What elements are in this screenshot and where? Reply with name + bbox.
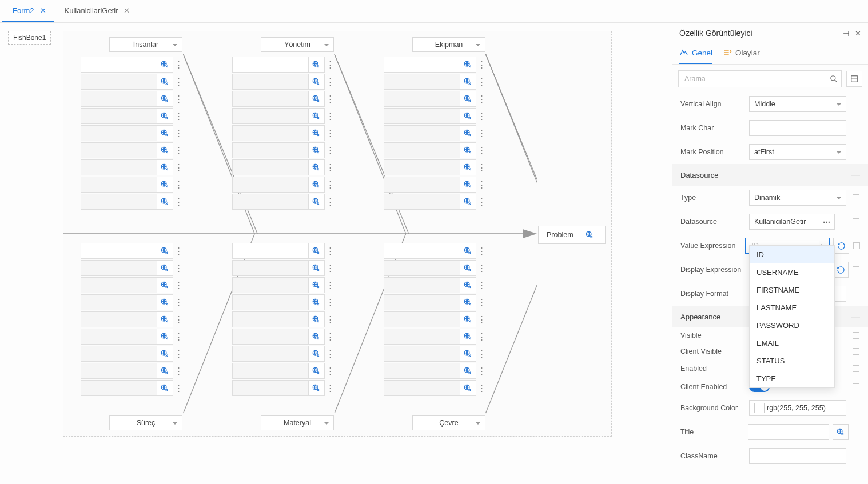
drag-handle-icon[interactable]: ⋮	[476, 113, 487, 119]
binding-indicator-icon[interactable]	[853, 218, 859, 225]
binding-indicator-icon[interactable]	[853, 194, 859, 201]
dropdown-option[interactable]: STATUS	[750, 352, 834, 370]
tab-kullanicilarigetir[interactable]: KullanicilariGetir ✕	[54, 1, 138, 22]
dropdown-option[interactable]: FIRSTNAME	[750, 281, 834, 299]
translate-icon[interactable]	[309, 177, 325, 193]
cause-input[interactable]	[81, 294, 157, 310]
drag-handle-icon[interactable]: ⋮	[476, 79, 487, 85]
translate-icon[interactable]	[460, 159, 476, 175]
translate-icon[interactable]	[460, 346, 476, 362]
cause-input[interactable]	[384, 243, 460, 259]
drag-handle-icon[interactable]: ⋮	[325, 299, 335, 305]
drag-handle-icon[interactable]: ⋮	[173, 147, 184, 153]
close-icon[interactable]: ✕	[855, 29, 861, 38]
drag-handle-icon[interactable]: ⋮	[476, 351, 487, 357]
translate-icon[interactable]	[309, 329, 325, 345]
drag-handle-icon[interactable]: ⋮	[325, 199, 335, 205]
cause-input[interactable]	[81, 243, 157, 259]
drag-handle-icon[interactable]: ⋮	[476, 199, 487, 205]
cause-input[interactable]	[81, 311, 157, 327]
dropdown-option[interactable]: USERNAME	[750, 263, 834, 281]
background-color-input[interactable]: rgb(255, 255, 255)	[749, 400, 846, 416]
cause-input[interactable]	[384, 363, 460, 379]
cause-input[interactable]	[384, 346, 460, 362]
drag-handle-icon[interactable]: ⋮	[476, 299, 487, 305]
category-select-ekipman[interactable]: Ekipman	[412, 37, 485, 52]
translate-icon[interactable]	[157, 74, 173, 90]
drag-handle-icon[interactable]: ⋮	[173, 265, 184, 271]
translate-icon[interactable]	[309, 125, 325, 141]
cause-input[interactable]	[81, 74, 157, 90]
mark-position-select[interactable]: atFirst	[749, 144, 846, 160]
cause-input[interactable]	[81, 363, 157, 379]
drag-handle-icon[interactable]: ⋮	[173, 130, 184, 136]
drag-handle-icon[interactable]: ⋮	[476, 317, 487, 322]
cause-input[interactable]	[81, 260, 157, 276]
cause-input[interactable]	[81, 277, 157, 293]
dropdown-option[interactable]: EMAIL	[750, 334, 834, 352]
translate-icon[interactable]	[157, 294, 173, 310]
translate-icon[interactable]	[309, 159, 325, 175]
translate-icon[interactable]	[582, 231, 598, 239]
translate-icon[interactable]	[460, 380, 476, 396]
cause-input[interactable]	[384, 159, 460, 175]
translate-icon[interactable]	[460, 363, 476, 379]
drag-handle-icon[interactable]: ⋮	[325, 317, 335, 322]
drag-handle-icon[interactable]: ⋮	[325, 182, 335, 187]
dropdown-option[interactable]: LASTNAME	[750, 299, 834, 317]
cause-input[interactable]	[232, 142, 309, 158]
cause-input[interactable]	[81, 125, 157, 141]
drag-handle-icon[interactable]: ⋮	[173, 282, 184, 288]
cause-input[interactable]	[81, 159, 157, 175]
drag-handle-icon[interactable]: ⋮	[476, 282, 487, 288]
translate-icon[interactable]	[157, 277, 173, 293]
cause-input[interactable]	[384, 329, 460, 345]
translate-icon[interactable]	[460, 194, 476, 210]
category-select-cevre[interactable]: Çevre	[412, 415, 485, 430]
ellipsis-icon[interactable]: ⋯	[823, 218, 831, 226]
translate-icon[interactable]	[460, 125, 476, 141]
translate-icon[interactable]	[157, 91, 173, 107]
translate-icon[interactable]	[157, 329, 173, 345]
cause-input[interactable]	[384, 74, 460, 90]
translate-icon[interactable]	[309, 194, 325, 210]
drag-handle-icon[interactable]: ⋮	[325, 165, 335, 170]
drag-handle-icon[interactable]: ⋮	[325, 368, 335, 374]
fishbone-component-tag[interactable]: FishBone1	[8, 31, 51, 45]
drag-handle-icon[interactable]: ⋮	[173, 113, 184, 119]
translate-icon[interactable]	[309, 277, 325, 293]
translate-icon[interactable]	[309, 57, 325, 73]
cause-input[interactable]	[384, 277, 460, 293]
designer-canvas[interactable]: FishBone1	[0, 23, 672, 484]
dropdown-option[interactable]: ID	[750, 246, 834, 263]
cause-input[interactable]	[81, 91, 157, 107]
translate-icon[interactable]	[157, 380, 173, 396]
translate-icon[interactable]	[157, 159, 173, 175]
cause-input[interactable]	[232, 194, 309, 210]
drag-handle-icon[interactable]: ⋮	[325, 113, 335, 119]
translate-icon[interactable]	[460, 277, 476, 293]
collapse-icon[interactable]: —	[851, 311, 860, 322]
drag-handle-icon[interactable]: ⋮	[173, 79, 184, 85]
drag-handle-icon[interactable]: ⋮	[325, 282, 335, 288]
cause-input[interactable]	[232, 57, 309, 73]
drag-handle-icon[interactable]: ⋮	[173, 351, 184, 357]
binding-indicator-icon[interactable]	[853, 266, 859, 273]
drag-handle-icon[interactable]: ⋮	[325, 62, 335, 67]
cause-input[interactable]	[232, 108, 309, 124]
translate-icon[interactable]	[460, 57, 476, 73]
cause-input[interactable]	[384, 380, 460, 396]
binding-indicator-icon[interactable]	[853, 332, 859, 339]
drag-handle-icon[interactable]: ⋮	[173, 368, 184, 374]
translate-icon[interactable]	[460, 177, 476, 193]
binding-indicator-icon[interactable]	[853, 365, 859, 372]
drag-handle-icon[interactable]: ⋮	[476, 62, 487, 67]
translate-icon[interactable]	[460, 91, 476, 107]
binding-indicator-icon[interactable]	[853, 149, 859, 155]
cause-input[interactable]	[232, 294, 309, 310]
drag-handle-icon[interactable]: ⋮	[476, 368, 487, 374]
translate-icon[interactable]	[157, 142, 173, 158]
drag-handle-icon[interactable]: ⋮	[173, 385, 184, 391]
translate-icon[interactable]	[460, 260, 476, 276]
drag-handle-icon[interactable]: ⋮	[476, 165, 487, 170]
